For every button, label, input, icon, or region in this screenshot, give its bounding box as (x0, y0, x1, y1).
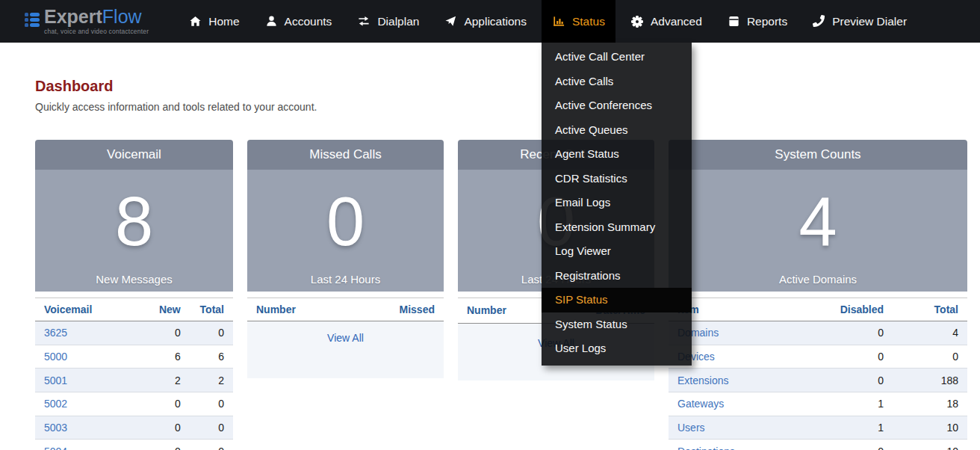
dashboard-cards: Voicemail 8 New Messages VoicemailNewTot… (35, 140, 967, 450)
row-link[interactable]: 5000 (44, 351, 67, 363)
table-cell: 2 (124, 369, 189, 392)
main-nav: Home Accounts Dialplan Applications Stat… (179, 0, 917, 43)
page-subtitle: Quickly access information and tools rel… (35, 101, 317, 113)
table-cell: 0 (124, 392, 189, 416)
table-cell: 188 (893, 369, 967, 392)
column-header: New (124, 298, 189, 321)
voicemail-metric: 8 (115, 170, 153, 273)
table-cell: 0 (803, 321, 893, 345)
table-cell: 6 (190, 345, 233, 369)
row-link[interactable]: 5001 (44, 375, 67, 386)
system-counts-metric: 4 (798, 170, 837, 273)
brand-logo: ExpertFlow chat, voice and video contact… (25, 7, 149, 35)
bar-chart-icon (552, 15, 565, 28)
nav-label: Applications (464, 15, 527, 28)
menu-item-sip-status[interactable]: SIP Status (542, 288, 692, 312)
table-cell: 0 (190, 440, 233, 450)
table-cell: 3625 (35, 321, 124, 345)
table-cell: 6 (124, 345, 189, 369)
table-cell: Extensions (669, 369, 803, 392)
page-title: Dashboard (35, 78, 113, 95)
menu-item-active-calls[interactable]: Active Calls (542, 70, 692, 94)
menu-item-user-logs[interactable]: User Logs (542, 336, 692, 361)
table-cell: 5001 (35, 369, 124, 392)
row-link[interactable]: Users (677, 422, 705, 434)
nav-label: Home (208, 15, 239, 28)
nav-item-home[interactable]: Home (179, 0, 249, 43)
menu-item-email-logs[interactable]: Email Logs (542, 191, 692, 215)
table-cell: 0 (124, 416, 189, 440)
table-cell: 0 (803, 440, 893, 450)
nav-label: Dialplan (377, 15, 419, 28)
table-cell: 0 (893, 345, 967, 369)
phone-icon (813, 15, 825, 28)
nav-label: Status (572, 15, 605, 28)
table-row: Users110 (669, 416, 967, 440)
table-row: Extensions0188 (669, 369, 967, 392)
voicemail-metric-label: New Messages (96, 273, 173, 286)
row-link[interactable]: Destinations (677, 446, 735, 450)
table-cell: 2 (190, 369, 233, 392)
table-row: 500122 (35, 369, 233, 392)
table-cell: 1 (803, 392, 893, 416)
table-row: 500400 (35, 440, 233, 450)
brand-name: ExpertFlow (44, 7, 149, 26)
logo-grid-icon (25, 13, 40, 27)
voicemail-card-title: Voicemail (35, 140, 233, 170)
system-counts-card-title: System Counts (669, 140, 967, 170)
table-cell: 0 (124, 321, 189, 345)
table-row: Destinations010 (669, 440, 967, 450)
column-header: Disabled (803, 298, 893, 321)
home-icon (189, 15, 202, 28)
nav-item-dialplan[interactable]: Dialplan (347, 0, 429, 43)
table-cell: 10 (893, 416, 967, 440)
table-cell: 0 (190, 416, 233, 440)
nav-label: Advanced (651, 15, 702, 28)
row-link[interactable]: 5002 (44, 398, 67, 410)
menu-item-active-conferences[interactable]: Active Conferences (542, 93, 692, 118)
table-row: 500066 (35, 345, 233, 369)
nav-item-status[interactable]: Status Active Call Center Active Calls A… (542, 0, 615, 43)
transfer-arrows-icon (357, 15, 370, 28)
menu-item-log-viewer[interactable]: Log Viewer (542, 239, 692, 264)
row-link[interactable]: 3625 (44, 327, 67, 339)
row-link[interactable]: 5004 (44, 446, 67, 450)
brand-tagline: chat, voice and video contactcenter (44, 28, 149, 35)
table-row: 500200 (35, 392, 233, 416)
nav-item-accounts[interactable]: Accounts (255, 0, 343, 43)
nav-item-advanced[interactable]: Advanced (620, 0, 713, 43)
column-header: Total (893, 298, 967, 321)
table-cell: 0 (803, 345, 893, 369)
menu-item-system-status[interactable]: System Status (542, 312, 692, 337)
table-cell: 18 (893, 392, 967, 416)
row-link[interactable]: Extensions (677, 375, 728, 386)
missed-calls-table: NumberMissed (247, 298, 444, 321)
menu-item-cdr-statistics[interactable]: CDR Statistics (542, 167, 692, 191)
nav-label: Accounts (285, 15, 332, 28)
voicemail-table: VoicemailNewTotal36250050006650012250020… (35, 298, 233, 450)
page-content: Dashboard Quickly access information and… (0, 43, 980, 450)
row-link[interactable]: 5003 (44, 422, 67, 434)
missed-calls-metric: 0 (326, 170, 365, 273)
menu-item-active-queues[interactable]: Active Queues (542, 118, 692, 143)
menu-item-extension-summary[interactable]: Extension Summary (542, 215, 692, 240)
menu-item-agent-status[interactable]: Agent Status (542, 142, 692, 167)
nav-item-reports[interactable]: Reports (717, 0, 798, 43)
table-cell: 5003 (35, 416, 124, 440)
row-link[interactable]: Gateways (677, 398, 724, 410)
menu-item-active-call-center[interactable]: Active Call Center (542, 45, 692, 70)
user-icon (265, 15, 278, 28)
nav-item-preview-dialer[interactable]: Preview Dialer (802, 0, 917, 43)
missed-calls-card-title: Missed Calls (247, 140, 444, 170)
missed-calls-view-all-link[interactable]: View All (327, 332, 364, 344)
table-cell: 10 (893, 440, 967, 450)
system-counts-table: ItemDisabledTotalDomains04Devices00Exten… (669, 298, 967, 450)
table-row: 500300 (35, 416, 233, 440)
table-cell: Destinations (669, 440, 803, 450)
menu-item-registrations[interactable]: Registrations (542, 264, 692, 289)
nav-label: Reports (747, 15, 787, 28)
nav-item-applications[interactable]: Applications (434, 0, 537, 43)
top-navbar: ExpertFlow chat, voice and video contact… (0, 0, 980, 43)
table-cell: 4 (893, 321, 967, 345)
table-row: Gateways118 (669, 392, 967, 416)
